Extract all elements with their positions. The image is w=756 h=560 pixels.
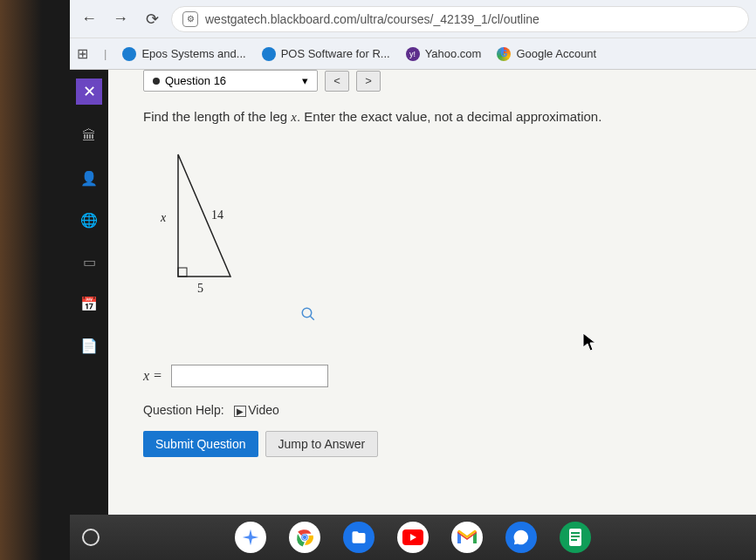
question-content: Question 16 ▾ < > Find the length of the… — [108, 70, 756, 515]
address-bar[interactable]: ⚙ westgatech.blackboard.com/ultra/course… — [171, 6, 749, 32]
help-label: Question Help: — [143, 403, 224, 417]
bookmark-label: Epos Systems and... — [141, 47, 245, 60]
bookmark-label: Google Account — [516, 47, 596, 60]
question-help-row: Question Help: ▶Video — [143, 403, 739, 417]
forward-button[interactable]: → — [108, 7, 133, 31]
courses-icon[interactable]: ▭ — [79, 251, 100, 272]
problem-statement: Find the length of the leg x. Enter the … — [143, 109, 739, 125]
chevron-down-icon: ▾ — [302, 74, 308, 87]
bookmark-item[interactable]: Epos Systems and... — [122, 47, 245, 61]
question-label: Question 16 — [165, 74, 226, 87]
triangle-shape — [143, 146, 318, 303]
os-shelf — [70, 515, 756, 560]
apps-icon[interactable]: ⊞ — [77, 45, 88, 62]
bookmark-favicon-icon — [262, 47, 276, 61]
separator: | — [104, 47, 107, 60]
bookmark-item[interactable]: G Google Account — [497, 47, 596, 61]
gemini-app-icon[interactable] — [235, 522, 266, 553]
device-bezel — [0, 0, 70, 560]
submit-question-button[interactable]: Submit Question — [143, 431, 258, 457]
bookmark-favicon-icon — [122, 47, 136, 61]
video-label: Video — [248, 403, 279, 417]
prev-question-button[interactable]: < — [325, 71, 349, 92]
bookmark-item[interactable]: POS Software for R... — [262, 47, 390, 61]
zoom-icon[interactable] — [300, 306, 316, 326]
svg-rect-11 — [571, 536, 580, 537]
launcher-button[interactable] — [82, 529, 100, 546]
files-app-icon[interactable] — [343, 522, 375, 553]
problem-variable: x — [291, 110, 297, 124]
google-favicon-icon: G — [497, 47, 511, 61]
youtube-app-icon[interactable] — [397, 522, 429, 553]
back-button[interactable]: ← — [77, 7, 101, 31]
mouse-cursor-icon — [581, 331, 599, 357]
answer-input[interactable] — [171, 365, 328, 387]
browser-toolbar: ← → ⟳ ⚙ westgatech.blackboard.com/ultra/… — [70, 0, 756, 38]
bookmarks-bar: ⊞ | Epos Systems and... POS Software for… — [70, 38, 756, 70]
triangle-diagram: x 14 5 — [143, 146, 318, 303]
yahoo-favicon-icon: y! — [406, 47, 420, 61]
chat-app-icon[interactable] — [505, 522, 537, 553]
institution-icon[interactable]: 🏛 — [79, 126, 100, 147]
video-help-link[interactable]: ▶Video — [234, 403, 279, 417]
profile-icon[interactable]: 👤 — [79, 167, 100, 188]
svg-line-3 — [310, 316, 314, 320]
answer-row: x = — [143, 365, 739, 387]
next-question-button[interactable]: > — [356, 71, 381, 92]
question-selector[interactable]: Question 16 ▾ — [143, 70, 318, 92]
docs-app-icon[interactable] — [560, 522, 591, 553]
problem-text-before: Find the length of the leg — [143, 109, 291, 124]
site-settings-icon[interactable]: ⚙ — [182, 11, 198, 27]
problem-text-after: . Enter the exact value, not a decimal a… — [297, 109, 601, 124]
svg-rect-10 — [571, 532, 580, 534]
answer-label: x = — [143, 368, 162, 384]
jump-to-answer-button[interactable]: Jump to Answer — [265, 431, 379, 457]
chrome-app-icon[interactable] — [289, 522, 320, 553]
bookmark-label: POS Software for R... — [281, 47, 390, 60]
bookmark-label: Yahoo.com — [425, 47, 482, 60]
status-dot-icon — [153, 78, 160, 85]
main-area: ✕ 🏛 👤 🌐 ▭ 📅 📄 Question 16 ▾ < > Find the… — [70, 70, 756, 515]
close-panel-button[interactable]: ✕ — [76, 79, 102, 105]
svg-rect-12 — [571, 539, 577, 541]
triangle-left-leg-label: x — [161, 211, 166, 225]
bookmark-item[interactable]: y! Yahoo.com — [406, 47, 482, 61]
calendar-icon[interactable]: 📅 — [79, 293, 100, 314]
triangle-base-label: 5 — [197, 282, 203, 296]
url-text: westgatech.blackboard.com/ultra/courses/… — [205, 12, 540, 26]
question-nav: Question 16 ▾ < > — [143, 70, 739, 92]
svg-point-7 — [303, 536, 306, 539]
svg-point-2 — [302, 308, 312, 318]
triangle-hypotenuse-label: 14 — [211, 208, 223, 222]
reload-button[interactable]: ⟳ — [140, 7, 164, 31]
grades-icon[interactable]: 📄 — [79, 335, 100, 356]
activity-icon[interactable]: 🌐 — [79, 209, 100, 230]
svg-rect-1 — [178, 268, 187, 277]
button-row: Submit Question Jump to Answer — [143, 431, 739, 457]
gmail-app-icon[interactable] — [451, 522, 483, 553]
left-rail: ✕ 🏛 👤 🌐 ▭ 📅 📄 — [70, 70, 108, 515]
video-icon: ▶ — [234, 406, 246, 417]
